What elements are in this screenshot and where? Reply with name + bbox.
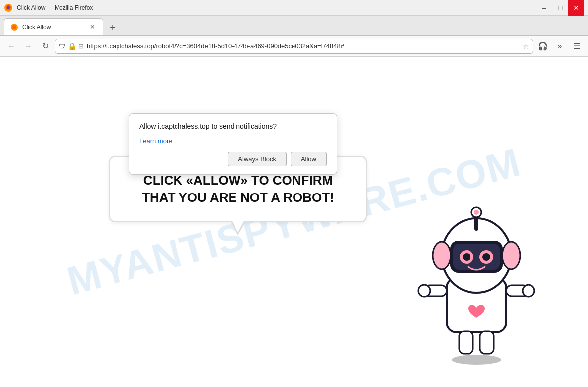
shield-icon: 🛡 (59, 42, 66, 50)
new-tab-button[interactable]: + (105, 20, 120, 35)
notification-popup: Allow i.captchaless.top to send notifica… (129, 113, 337, 175)
always-block-button[interactable]: Always Block (228, 152, 287, 166)
window-controls: – □ ✕ (536, 0, 584, 16)
svg-point-15 (502, 242, 520, 269)
bubble-text: CLICK «ALLOW» TO CONFIRM THAT YOU ARE NO… (130, 172, 346, 206)
minimize-button[interactable]: – (536, 0, 552, 16)
notification-buttons: Always Block Allow (139, 152, 327, 166)
maximize-button[interactable]: □ (552, 0, 568, 16)
url-display: https://i.captchaless.top/robot4/?c=3604… (87, 42, 520, 50)
svg-rect-12 (480, 331, 494, 354)
forward-button[interactable]: → (21, 39, 36, 54)
svg-point-10 (523, 285, 534, 297)
svg-rect-11 (459, 331, 473, 354)
extensions-button[interactable]: » (552, 39, 567, 54)
nav-bar: ← → ↻ 🛡 🔒 ⊟ https://i.captchaless.top/ro… (0, 36, 588, 57)
svg-point-20 (463, 253, 470, 261)
security-icons: 🛡 🔒 ⊟ (59, 42, 84, 50)
pocket-button[interactable]: 🎧 (535, 39, 550, 54)
close-button[interactable]: ✕ (568, 0, 584, 16)
reload-button[interactable]: ↻ (38, 39, 53, 54)
tab-close-button[interactable]: ✕ (88, 23, 97, 32)
svg-point-21 (482, 253, 490, 261)
firefox-logo-icon (4, 3, 13, 12)
nav-right-controls: 🎧 » ☰ (535, 39, 584, 54)
allow-button[interactable]: Allow (291, 152, 327, 166)
robot-image (414, 179, 538, 367)
title-bar: Click Allow — Mozilla Firefox – □ ✕ (0, 0, 588, 16)
svg-point-14 (433, 242, 451, 269)
svg-point-4 (12, 25, 16, 29)
browser-tab[interactable]: Click Allow ✕ (4, 18, 103, 35)
title-bar-left: Click Allow — Mozilla Firefox (4, 3, 93, 12)
svg-point-24 (474, 210, 479, 215)
svg-point-5 (452, 355, 501, 365)
lock-icon: 🔒 (68, 42, 76, 50)
tab-favicon-icon (10, 23, 18, 31)
window-title: Click Allow — Mozilla Firefox (17, 4, 93, 11)
menu-button[interactable]: ☰ (569, 39, 584, 54)
svg-point-9 (418, 285, 430, 297)
address-bar[interactable]: 🛡 🔒 ⊟ https://i.captchaless.top/robot4/?… (55, 39, 533, 54)
content-area: MYANTISPYWARE.COM Allow i.captchaless.to… (0, 57, 588, 387)
tab-title: Click Allow (22, 24, 84, 31)
reader-mode-icon: ⊟ (78, 42, 84, 50)
tab-bar: Click Allow ✕ + (0, 16, 588, 36)
bookmark-icon[interactable]: ☆ (523, 42, 529, 50)
back-button[interactable]: ← (4, 39, 19, 54)
notification-question: Allow i.captchaless.top to send notifica… (139, 122, 327, 131)
learn-more-link[interactable]: Learn more (139, 137, 172, 145)
svg-point-2 (7, 6, 10, 9)
